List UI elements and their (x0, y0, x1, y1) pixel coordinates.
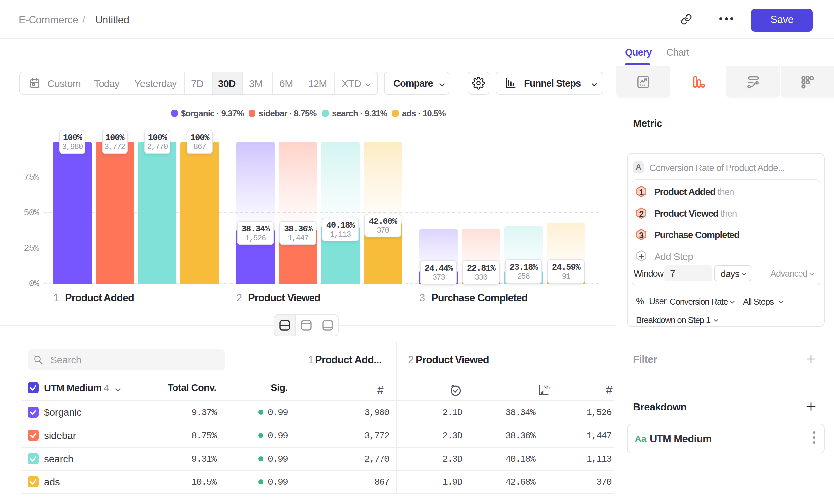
svg-text:%: % (544, 384, 550, 391)
